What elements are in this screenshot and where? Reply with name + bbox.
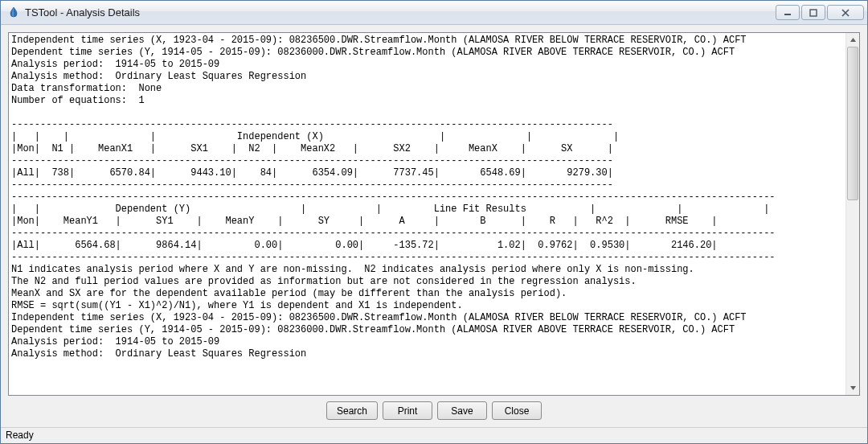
svg-rect-1 xyxy=(810,10,817,16)
app-icon xyxy=(7,6,20,19)
status-text: Ready xyxy=(6,430,34,441)
maximize-button[interactable] xyxy=(801,5,825,20)
window-title: TSTool - Analysis Details xyxy=(25,6,774,18)
button-row: Search Print Save Close xyxy=(8,396,860,424)
scrollbar-thumb[interactable] xyxy=(847,47,858,200)
search-button[interactable]: Search xyxy=(326,401,378,420)
print-button[interactable]: Print xyxy=(383,401,432,420)
scroll-down-arrow-icon[interactable] xyxy=(846,381,859,395)
scroll-up-arrow-icon[interactable] xyxy=(846,33,859,47)
scrollbar-track[interactable] xyxy=(846,47,859,381)
client-area: Independent time series (X, 1923-04 - 20… xyxy=(1,25,867,427)
analysis-text-container: Independent time series (X, 1923-04 - 20… xyxy=(8,32,860,396)
svg-rect-0 xyxy=(784,14,791,15)
save-button[interactable]: Save xyxy=(437,401,487,420)
window-controls xyxy=(774,5,864,20)
analysis-text: Independent time series (X, 1923-04 - 20… xyxy=(11,35,843,360)
close-button[interactable]: Close xyxy=(492,401,542,420)
vertical-scrollbar[interactable] xyxy=(845,33,859,395)
titlebar[interactable]: TSTool - Analysis Details xyxy=(1,1,867,25)
minimize-button[interactable] xyxy=(776,5,800,20)
analysis-text-viewport[interactable]: Independent time series (X, 1923-04 - 20… xyxy=(9,33,845,395)
status-bar: Ready xyxy=(1,427,867,443)
close-window-button[interactable] xyxy=(827,5,864,20)
window-frame: TSTool - Analysis Details Independent ti… xyxy=(0,0,868,444)
